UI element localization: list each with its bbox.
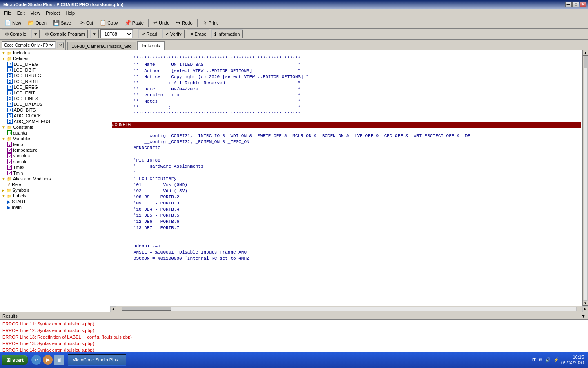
redo-button[interactable]: ↪ Redo	[173, 18, 195, 27]
tree-symbols[interactable]: ▶ 📁 Symbols	[0, 187, 110, 193]
defines-expand-icon: ▼	[2, 56, 6, 61]
panel-dropdown[interactable]: Code Compile Only - F9	[2, 41, 56, 49]
read-button[interactable]: ✔ Read	[138, 29, 160, 38]
define-icon-6: D	[7, 90, 13, 95]
hscroll-thumb[interactable]	[122, 307, 171, 311]
menu-view[interactable]: View	[28, 10, 43, 16]
erase-button[interactable]: ✕ Erase	[187, 29, 210, 38]
panel-close-button[interactable]: ✕	[57, 42, 64, 48]
tree-lcd-ereg[interactable]: D LCD_EREG	[0, 84, 110, 90]
tree-main[interactable]: ▶ main	[0, 204, 110, 210]
tree-lcd-rsbit[interactable]: D LCD_RSBIT	[0, 79, 110, 84]
menu-project[interactable]: Project	[43, 10, 62, 16]
ie-icon[interactable]: e	[31, 355, 41, 365]
tree-defines[interactable]: ▼ 📁 Defines	[0, 56, 110, 61]
information-button[interactable]: ℹ Information	[211, 29, 243, 38]
lcd-ebit-label: LCD_EBIT	[14, 90, 36, 95]
tree-temperature[interactable]: v temperature	[0, 147, 110, 153]
tree-labels[interactable]: ▼ 📁 Labels	[0, 193, 110, 199]
copy-button[interactable]: 📋 Copy	[97, 18, 121, 27]
copy-icon: 📋	[100, 20, 106, 26]
desktop-icon[interactable]: 🖥	[54, 355, 64, 365]
paste-button[interactable]: 📌 Paste	[122, 18, 147, 27]
tab-area: Code Compile Only - F9 ✕ 16F88_CameraCli…	[0, 40, 588, 50]
tree-lcd-dbit[interactable]: D LCD_DBIT	[0, 67, 110, 73]
tab-camera-climatica[interactable]: 16F88_CameraClimatica_Sito	[67, 42, 136, 50]
tree-temp[interactable]: v temp	[0, 141, 110, 147]
tree-variables[interactable]: ▼ 📁 Variables	[0, 136, 110, 141]
tree-adc-sampleus[interactable]: D ADC_SAMPLEUS	[0, 119, 110, 124]
compile-program-button[interactable]: ⚙ Compile Program	[42, 29, 88, 38]
start-button[interactable]: ⊞ start	[2, 355, 28, 365]
menu-file[interactable]: File	[2, 10, 14, 16]
vscroll-thumb[interactable]	[584, 56, 587, 68]
tab-louislouis[interactable]: louislouis	[137, 41, 165, 50]
tree-samples[interactable]: v samples	[0, 153, 110, 159]
taskbar-app[interactable]: MicroCode Studio Plus...	[68, 354, 126, 366]
compile-dropdown[interactable]: ▼	[31, 29, 40, 38]
clock: 16:15 09/04/2020	[561, 354, 584, 366]
define-icon-11: D	[7, 119, 13, 124]
hscroll-right-button[interactable]: ►	[582, 306, 588, 312]
variables-folder-icon: 📁	[7, 137, 12, 141]
tree-sample[interactable]: v sample	[0, 159, 110, 164]
save-button[interactable]: 💾 Save	[50, 18, 74, 27]
vscroll-up-button[interactable]: ▲	[583, 50, 588, 56]
hscroll-track[interactable]	[122, 307, 577, 311]
code-content[interactable]: '***************************************…	[110, 50, 582, 306]
lang-indicator: IT	[532, 357, 536, 362]
compile-button[interactable]: ⚙ Compile	[2, 29, 29, 38]
main-label: main	[12, 205, 22, 210]
undo-button[interactable]: ↩ Undo	[150, 18, 172, 27]
error-line-1: ERROR Line 11: Syntax error. (louislouis…	[2, 321, 586, 327]
code-line-5: '* : All Rights Reserved *	[134, 81, 301, 85]
verify-button[interactable]: ✔ Verify	[162, 29, 185, 38]
tree-lcd-dreg[interactable]: D LCD_DREG	[0, 61, 110, 67]
tree-tmin[interactable]: v Tmin	[0, 170, 110, 176]
code-line-9: '* : *	[134, 105, 301, 110]
code-line-24: '10 DB4 - PORTB.4	[134, 207, 179, 212]
tree-constants[interactable]: ▼ 📁 Constants	[0, 124, 110, 130]
open-button[interactable]: 📂 Open	[25, 18, 49, 27]
tree-quanta[interactable]: c quanta	[0, 130, 110, 136]
tree-adc-bits[interactable]: D ADC_BITS	[0, 107, 110, 113]
menu-help[interactable]: Help	[63, 10, 78, 16]
variables-expand-icon: ▼	[2, 137, 6, 141]
constants-label: Constants	[13, 125, 33, 130]
tree-lcd-ebit[interactable]: D LCD_EBIT	[0, 90, 110, 96]
paste-icon: 📌	[125, 20, 131, 26]
tree-lcd-lines[interactable]: D LCD_LINES	[0, 96, 110, 101]
vertical-scrollbar: ▲ ▼	[582, 50, 588, 306]
tree-start[interactable]: ▶ START	[0, 199, 110, 204]
code-area: '***************************************…	[110, 50, 588, 312]
labels-expand-icon: ▼	[2, 194, 6, 198]
code-line-20: '01 - Vss (GND)	[134, 182, 187, 187]
tree-rele[interactable]: ↗ Rele	[0, 182, 110, 187]
tmin-label: Tmin	[13, 171, 23, 175]
menu-edit[interactable]: Edit	[15, 10, 27, 16]
tree-includes[interactable]: ▼ 📁 Includes	[0, 50, 110, 56]
minimize-button[interactable]: —	[565, 2, 572, 7]
vscroll-down-button[interactable]: ▼	[583, 300, 588, 306]
maximize-button[interactable]: □	[572, 2, 579, 7]
code-line-2: '* Name : UNTITLED.BAS *	[134, 62, 301, 67]
cut-button[interactable]: ✂ Cut	[78, 18, 96, 27]
close-button[interactable]: ✕	[580, 2, 586, 7]
code-line-7: '* Version : 1.0 *	[134, 93, 301, 98]
vscroll-track[interactable]	[584, 56, 588, 300]
erase-icon: ✕	[190, 31, 194, 37]
new-button[interactable]: 📄 New	[2, 18, 24, 27]
tree-lcd-rsreg[interactable]: D LCD_RSREG	[0, 73, 110, 79]
print-button[interactable]: 🖨 Print	[199, 18, 221, 27]
tree-alias[interactable]: ▼ 📁 Alias and Modifiers	[0, 176, 110, 182]
results-collapse-icon[interactable]: ▼	[581, 314, 586, 319]
media-player-icon[interactable]: ▶	[43, 355, 53, 365]
compile-program-dropdown[interactable]: ▼	[90, 29, 99, 38]
hscroll-left-button[interactable]: ◄	[110, 306, 116, 312]
tree-lcd-dataus[interactable]: D LCD_DATAUS	[0, 101, 110, 107]
tree-adc-clock[interactable]: D ADC_CLOCK	[0, 113, 110, 119]
tree-tmax[interactable]: v Tmax	[0, 164, 110, 170]
alias-folder-icon: 📁	[7, 177, 12, 181]
chip-select[interactable]: 16F88 16F877A 18F4550	[100, 29, 133, 38]
lcd-rsreg-label: LCD_RSREG	[14, 73, 41, 78]
